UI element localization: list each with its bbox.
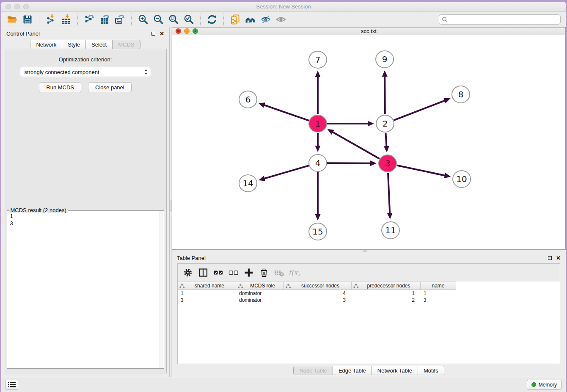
node-label: 15 [312, 226, 323, 237]
first-neighbors-button[interactable] [243, 13, 258, 26]
edge-3-10[interactable] [397, 166, 446, 176]
control-panel: Control Panel ✕ NetworkStyleSelectMCDS O… [1, 27, 169, 377]
export-table-button[interactable] [97, 13, 112, 26]
graph-node-4[interactable]: 4 [309, 155, 327, 171]
result-scrollbar[interactable] [160, 211, 163, 368]
tab-select[interactable]: Select [86, 40, 113, 49]
edge-3-1[interactable] [332, 132, 380, 159]
vertical-splitter[interactable] [169, 27, 172, 377]
edge-3-11[interactable] [388, 173, 390, 214]
tab-motifs[interactable]: Motifs [418, 366, 444, 375]
edge-2-9[interactable] [385, 76, 385, 114]
graph-node-2[interactable]: 2 [376, 115, 394, 132]
table-cell[interactable]: dominator [236, 297, 284, 304]
close-panel-icon[interactable]: ✕ [160, 31, 164, 36]
mcds-result-text[interactable]: 1 3 [7, 211, 164, 229]
main-area: Control Panel ✕ NetworkStyleSelectMCDS O… [1, 27, 566, 377]
tab-style[interactable]: Style [62, 40, 86, 49]
table-cell[interactable]: 4 [284, 290, 352, 297]
zoom-selected-button[interactable] [181, 13, 196, 26]
table-float-panel-icon[interactable] [548, 256, 552, 260]
hide-graphics-details-button[interactable] [258, 13, 273, 26]
minimize-button[interactable] [14, 4, 20, 9]
save-session-button[interactable] [20, 13, 35, 26]
table-cell[interactable]: 1 [421, 290, 456, 297]
edge-2-8[interactable] [394, 100, 446, 120]
edge-2-3[interactable] [385, 133, 386, 147]
graph-node-8[interactable]: 8 [452, 86, 470, 103]
float-panel-icon[interactable] [151, 32, 155, 36]
graph-node-3[interactable]: 3 [379, 155, 396, 172]
open-folder-button[interactable] [5, 13, 20, 26]
network-canvas[interactable]: 7968124314101511 [172, 35, 565, 249]
graph-node-7[interactable]: 7 [309, 51, 327, 68]
toolbar-separator [223, 14, 224, 25]
horizontal-splitter-handle[interactable] [363, 250, 367, 252]
table-cell[interactable]: 3 [178, 297, 236, 304]
chevron-updown-icon [144, 69, 148, 75]
tab-mcds[interactable]: MCDS [113, 40, 140, 49]
graph-node-10[interactable]: 10 [453, 171, 471, 188]
table-cell[interactable]: 1 [178, 290, 236, 297]
table-cell[interactable]: 3 [284, 297, 352, 304]
tab-edge-table[interactable]: Edge Table [333, 366, 372, 375]
show-graphics-details-button[interactable] [273, 13, 289, 26]
function-builder-button: f(x) [288, 266, 301, 279]
search-input[interactable] [449, 17, 558, 22]
edge-4-14[interactable] [264, 166, 308, 179]
select-all-columns-button[interactable] [212, 266, 225, 279]
memory-label: Memory [539, 382, 557, 388]
zoom-fit-button[interactable] [166, 13, 181, 26]
table-row[interactable]: 1dominator411 [178, 290, 560, 297]
settings-gear-button[interactable] [181, 266, 195, 279]
column-header-shared-name[interactable]: shared name [178, 282, 236, 290]
search-box[interactable] [439, 14, 561, 25]
graph-node-9[interactable]: 9 [376, 51, 394, 68]
zoom-in-icon [138, 14, 149, 25]
table-cell[interactable]: dominator [236, 290, 284, 297]
import-table-button[interactable] [58, 13, 74, 26]
graph-node-1[interactable]: 1 [309, 115, 327, 132]
table-tabs: Node TableEdge TableNetwork TableMotifs [293, 366, 444, 375]
table-cell[interactable]: 2 [352, 297, 421, 304]
memory-button[interactable]: Memory [527, 380, 561, 390]
table-row[interactable]: 3dominator323 [178, 297, 560, 304]
graph-node-14[interactable]: 14 [239, 175, 257, 192]
add-column-button[interactable] [242, 266, 256, 279]
refresh-layout-button[interactable] [204, 13, 220, 26]
graph-node-15[interactable]: 15 [309, 223, 327, 240]
task-history-button[interactable] [6, 380, 18, 390]
graph-node-6[interactable]: 6 [239, 91, 257, 108]
export-network-button[interactable] [82, 13, 97, 26]
edge-1-6[interactable] [264, 105, 309, 121]
column-header-MCDS-role[interactable]: MCDS role [236, 282, 284, 290]
export-image-button[interactable] [112, 13, 127, 26]
run-mcds-button[interactable]: Run MCDS [39, 82, 81, 92]
split-view-button[interactable] [196, 266, 210, 279]
node-label: 4 [315, 158, 321, 168]
table-cell[interactable]: 1 [352, 290, 421, 297]
maximize-button[interactable] [23, 4, 29, 9]
import-network-button[interactable] [43, 13, 58, 26]
column-header-name[interactable]: name [421, 282, 456, 290]
column-header-successor-nodes[interactable]: successor nodes [284, 282, 352, 290]
close-button[interactable] [6, 4, 11, 9]
edge-4-3[interactable] [327, 163, 371, 163]
column-header-predecessor-nodes[interactable]: predecessor nodes [352, 282, 421, 290]
criterion-dropdown[interactable]: strongly connected component [20, 67, 151, 77]
edge-arrowhead [368, 121, 374, 127]
graph-node-11[interactable]: 11 [382, 222, 399, 239]
table-cell[interactable]: 3 [421, 297, 456, 304]
copy-network-button[interactable] [228, 13, 243, 26]
close-panel-button[interactable]: Close panel [88, 82, 132, 92]
tab-network[interactable]: Network [30, 40, 62, 49]
vertical-splitter-handle[interactable] [170, 200, 172, 211]
delete-column-button[interactable] [257, 266, 271, 279]
zoom-in-button[interactable] [135, 13, 151, 26]
zoom-out-button[interactable] [151, 13, 166, 26]
deselect-all-columns-button[interactable] [227, 266, 240, 279]
tab-network-table[interactable]: Network Table [372, 366, 418, 375]
horizontal-splitter[interactable] [172, 250, 566, 252]
table-close-panel-icon[interactable]: ✕ [556, 255, 561, 261]
tab-node-table[interactable]: Node Table [294, 366, 333, 375]
